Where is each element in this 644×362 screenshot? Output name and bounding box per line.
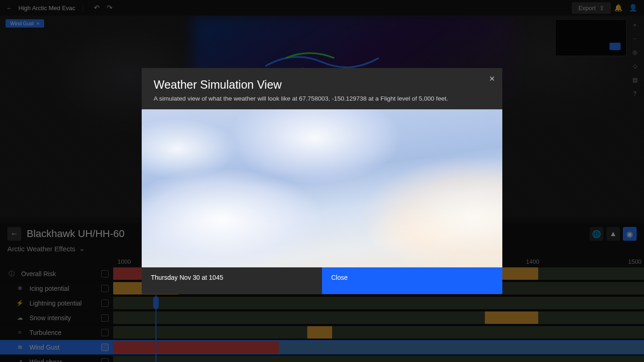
weather-sim-modal: Weather Simulation View A simulated view…: [142, 68, 502, 294]
weather-sim-image: [142, 109, 502, 267]
modal-timestamp: Thursday Nov 30 at 1045: [142, 267, 322, 294]
close-icon[interactable]: ✕: [489, 74, 495, 83]
close-button-label: Close: [331, 274, 348, 281]
modal-title: Weather Simulation View: [154, 78, 490, 91]
modal-backdrop[interactable]: Weather Simulation View A simulated view…: [0, 0, 644, 362]
modal-header: Weather Simulation View A simulated view…: [142, 68, 502, 109]
close-button[interactable]: Close: [322, 267, 502, 294]
modal-subtitle: A simulated view of what the weather wil…: [154, 95, 490, 102]
modal-footer: Thursday Nov 30 at 1045 Close: [142, 267, 502, 294]
